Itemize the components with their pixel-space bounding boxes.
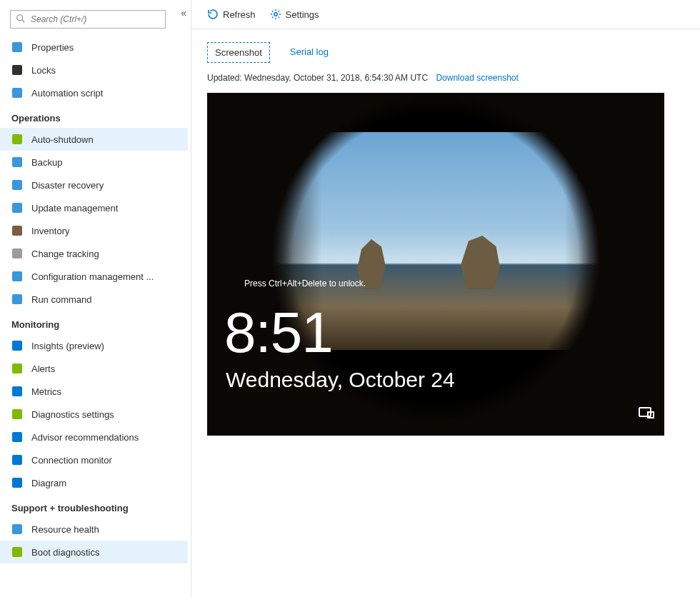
boot-diag-icon <box>11 546 23 558</box>
sidebar-item-label: Inventory <box>31 226 69 236</box>
inventory-icon <box>11 225 23 236</box>
config-icon <box>11 271 23 282</box>
sidebar-item-label: Boot diagnostics <box>31 547 99 558</box>
section-header: Support + troubleshooting <box>0 494 188 518</box>
alerts-icon <box>11 363 23 374</box>
conn-icon <box>11 454 23 466</box>
sidebar-item-label: Locks <box>31 65 56 76</box>
sidebar-item-label: Resource health <box>31 524 99 535</box>
insights-icon <box>11 340 23 351</box>
sidebar-item-inventory[interactable]: Inventory <box>0 219 188 242</box>
lockscreen-date: Wednesday, October 24 <box>226 368 455 392</box>
sidebar-item-configuration-management[interactable]: Configuration management ... <box>0 265 188 288</box>
sidebar-item-alerts[interactable]: Alerts <box>0 357 188 380</box>
refresh-icon <box>207 9 219 20</box>
sidebar-item-label: Backup <box>31 157 62 168</box>
main-panel: Refresh Settings Screenshot Serial log U… <box>191 0 700 597</box>
diag-settings-icon <box>11 408 23 420</box>
sidebar-item-backup[interactable]: Backup <box>0 151 188 174</box>
lock-icon <box>11 64 23 76</box>
content-area: Screenshot Serial log Updated: Wednesday… <box>191 29 700 448</box>
updated-row: Updated: Wednesday, October 31, 2018, 6:… <box>207 73 684 83</box>
search-box <box>10 10 181 29</box>
network-icon <box>639 407 651 417</box>
sidebar-item-label: Run command <box>31 294 92 305</box>
sidebar-item-label: Diagram <box>31 478 66 488</box>
sidebar-item-connection-monitor[interactable]: Connection monitor <box>0 448 188 471</box>
refresh-label: Refresh <box>223 9 256 20</box>
sidebar-item-label: Disaster recovery <box>31 180 104 191</box>
tab-screenshot[interactable]: Screenshot <box>207 42 270 63</box>
refresh-button[interactable]: Refresh <box>207 9 256 20</box>
unlock-instruction: Press Ctrl+Alt+Delete to unlock. <box>244 279 366 289</box>
script-icon <box>11 87 23 99</box>
svg-point-0 <box>17 15 23 21</box>
lockscreen-time: 8:51 <box>224 300 333 366</box>
run-icon <box>11 294 23 305</box>
settings-button[interactable]: Settings <box>270 9 319 20</box>
sidebar-item-diagnostics-settings[interactable]: Diagnostics settings <box>0 403 188 426</box>
sidebar-nav[interactable]: PropertiesLocksAutomation scriptOperatio… <box>0 36 191 597</box>
sidebar-item-diagram[interactable]: Diagram <box>0 471 188 494</box>
section-header: Operations <box>0 104 188 128</box>
metrics-icon <box>11 386 23 397</box>
toolbar: Refresh Settings <box>191 0 700 29</box>
sidebar-item-label: Configuration management ... <box>31 271 154 282</box>
sidebar-item-insights-preview[interactable]: Insights (preview) <box>0 334 188 357</box>
sidebar-item-label: Properties <box>31 42 74 53</box>
sidebar-item-run-command[interactable]: Run command <box>0 288 188 311</box>
sidebar-item-resource-health[interactable]: Resource health <box>0 518 188 541</box>
sidebar-item-boot-diagnostics[interactable]: Boot diagnostics <box>0 541 188 563</box>
search-icon <box>16 14 26 24</box>
gear-icon <box>270 9 281 20</box>
sidebar-item-disaster-recovery[interactable]: Disaster recovery <box>0 174 188 196</box>
sidebar-item-metrics[interactable]: Metrics <box>0 380 188 403</box>
diagram-icon <box>11 477 23 488</box>
sidebar-item-locks[interactable]: Locks <box>0 59 188 81</box>
sidebar-item-label: Update management <box>31 203 118 214</box>
sidebar-item-label: Metrics <box>31 386 61 397</box>
download-screenshot-link[interactable]: Download screenshot <box>436 73 518 83</box>
sidebar-item-advisor-recommendations[interactable]: Advisor recommendations <box>0 426 188 448</box>
backup-icon <box>11 156 23 168</box>
properties-icon <box>11 41 23 53</box>
sidebar-item-label: Change tracking <box>31 249 99 259</box>
health-icon <box>11 523 23 535</box>
sidebar-item-label: Diagnostics settings <box>31 409 114 420</box>
sidebar-item-label: Insights (preview) <box>31 341 104 351</box>
clock-icon <box>11 134 23 145</box>
sidebar-item-label: Connection monitor <box>31 455 112 466</box>
section-header: Monitoring <box>0 311 188 334</box>
update-icon <box>11 202 23 214</box>
sidebar-item-properties[interactable]: Properties <box>0 36 188 59</box>
sidebar-item-automation-script[interactable]: Automation script <box>0 81 188 104</box>
updated-prefix: Updated: <box>207 73 244 83</box>
settings-label: Settings <box>286 9 319 20</box>
change-icon <box>11 248 23 259</box>
sidebar-item-label: Advisor recommendations <box>31 432 139 443</box>
sidebar-item-auto-shutdown[interactable]: Auto-shutdown <box>0 128 188 151</box>
vm-screenshot: Press Ctrl+Alt+Delete to unlock. 8:51 We… <box>207 93 664 436</box>
advisor-icon <box>11 431 23 443</box>
sidebar-item-change-tracking[interactable]: Change tracking <box>0 242 188 265</box>
tab-serial-log[interactable]: Serial log <box>283 42 336 63</box>
sidebar-item-update-management[interactable]: Update management <box>0 196 188 219</box>
tab-bar: Screenshot Serial log <box>207 42 684 63</box>
svg-point-2 <box>274 13 276 16</box>
updated-timestamp: Wednesday, October 31, 2018, 6:54:30 AM … <box>244 73 428 83</box>
recovery-icon <box>11 179 23 191</box>
sidebar-item-label: Automation script <box>31 88 103 99</box>
sidebar-item-label: Alerts <box>31 363 55 374</box>
search-input[interactable] <box>10 10 166 29</box>
collapse-sidebar-button[interactable]: « <box>181 7 186 19</box>
sidebar: « PropertiesLocksAutomation scriptOperat… <box>0 0 191 597</box>
sidebar-item-label: Auto-shutdown <box>31 134 94 145</box>
svg-line-1 <box>22 20 25 23</box>
